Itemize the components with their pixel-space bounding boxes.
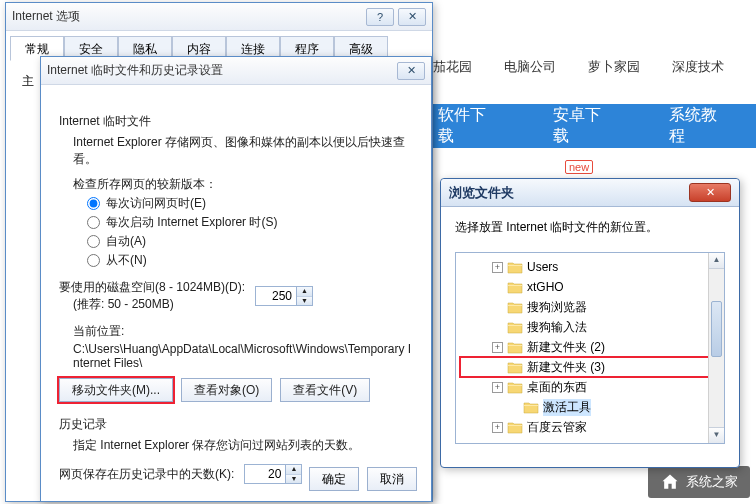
nav-item[interactable]: 萝卜家园	[588, 58, 640, 74]
background-blue-bar: 软件下载 安卓下载 系统教程	[410, 104, 756, 148]
radio-every-start[interactable]: 每次启动 Internet Explorer 时(S)	[87, 214, 413, 231]
history-days-label: 网页保存在历史记录中的天数(K):	[59, 466, 234, 483]
spin-down-icon[interactable]: ▼	[286, 475, 301, 484]
group-title: Internet 临时文件	[59, 113, 413, 130]
tree-item-label: Users	[527, 260, 558, 274]
tree-item[interactable]: 搜狗浏览器	[460, 297, 720, 317]
view-objects-button[interactable]: 查看对象(O)	[181, 378, 272, 402]
tree-item-label: 激活工具	[543, 399, 591, 416]
folder-icon	[507, 381, 523, 394]
browse-prompt: 选择放置 Internet 临时文件的新位置。	[455, 219, 725, 236]
bluebar-item[interactable]: 系统教程	[641, 105, 756, 147]
tree-spacer	[492, 282, 503, 293]
tree-spacer	[492, 302, 503, 313]
site-logo: 系统之家	[648, 466, 750, 498]
cancel-button[interactable]: 取消	[367, 467, 417, 491]
folder-icon	[507, 341, 523, 354]
tree-item-label: 新建文件夹 (2)	[527, 339, 605, 356]
settings-body: Internet 临时文件 Internet Explorer 存储网页、图像和…	[41, 85, 431, 500]
window-title: 浏览文件夹	[449, 184, 685, 202]
titlebar: Internet 选项 ? ✕	[6, 3, 432, 31]
close-button[interactable]: ✕	[397, 62, 425, 80]
tree-item[interactable]: xtGHO	[460, 277, 720, 297]
tree-item[interactable]: +新建文件夹 (2)	[460, 337, 720, 357]
tree-item[interactable]: 搜狗输入法	[460, 317, 720, 337]
tree-item-label: 搜狗浏览器	[527, 299, 587, 316]
radio-auto[interactable]: 自动(A)	[87, 233, 413, 250]
current-location-label: 当前位置:	[73, 323, 413, 340]
close-button[interactable]: ✕	[689, 183, 731, 202]
folder-icon	[507, 321, 523, 334]
expand-icon[interactable]: +	[492, 382, 503, 393]
nav-item[interactable]: 深度技术	[672, 58, 724, 74]
browse-folder-window: 浏览文件夹 ✕ 选择放置 Internet 临时文件的新位置。 +Usersxt…	[440, 178, 740, 468]
folder-icon	[507, 301, 523, 314]
spin-up-icon[interactable]: ▲	[286, 465, 301, 475]
tree-item[interactable]: +Users	[460, 257, 720, 277]
disk-space-hint: (推荐: 50 - 250MB)	[73, 296, 245, 313]
window-title: Internet 选项	[12, 8, 362, 25]
history-days-input[interactable]	[245, 465, 285, 483]
tree-item[interactable]: 激活工具	[460, 397, 720, 417]
new-badge: new	[565, 160, 593, 174]
disk-space-spinner[interactable]: ▲▼	[255, 286, 313, 306]
nav-item[interactable]: 电脑公司	[504, 58, 556, 74]
tree-spacer	[492, 322, 503, 333]
titlebar: Internet 临时文件和历史记录设置 ✕	[41, 57, 431, 85]
expand-icon[interactable]: +	[492, 342, 503, 353]
ok-button[interactable]: 确定	[309, 467, 359, 491]
tree-item[interactable]: +百度云管家	[460, 417, 720, 437]
expand-icon[interactable]: +	[492, 262, 503, 273]
radio-input[interactable]	[87, 235, 100, 248]
tree-item-label: 新建文件夹 (3)	[527, 359, 605, 376]
check-newer-label: 检查所存网页的较新版本：	[73, 176, 413, 193]
tree-spacer	[508, 402, 519, 413]
disk-space-label: 要使用的磁盘空间(8 - 1024MB)(D):	[59, 279, 245, 296]
scroll-down-icon[interactable]: ▼	[709, 427, 724, 443]
bluebar-item[interactable]: 安卓下载	[525, 105, 640, 147]
radio-never[interactable]: 从不(N)	[87, 252, 413, 269]
scroll-thumb[interactable]	[711, 301, 722, 357]
tree-item-label: 搜狗输入法	[527, 319, 587, 336]
tree-item-label: xtGHO	[527, 280, 564, 294]
folder-icon	[523, 401, 539, 414]
spin-up-icon[interactable]: ▲	[297, 287, 312, 297]
window-title: Internet 临时文件和历史记录设置	[47, 62, 393, 79]
temp-files-settings-window: Internet 临时文件和历史记录设置 ✕ Internet 临时文件 Int…	[40, 56, 432, 502]
tree-item-label: 百度云管家	[527, 419, 587, 436]
folder-icon	[507, 261, 523, 274]
scroll-up-icon[interactable]: ▲	[709, 253, 724, 269]
radio-input[interactable]	[87, 216, 100, 229]
close-button[interactable]: ✕	[398, 8, 426, 26]
tree-item[interactable]: 新建文件夹 (3)	[460, 357, 720, 377]
help-button[interactable]: ?	[366, 8, 394, 26]
folder-icon	[507, 421, 523, 434]
move-folder-button[interactable]: 移动文件夹(M)...	[59, 378, 173, 402]
titlebar: 浏览文件夹 ✕	[441, 179, 739, 207]
view-files-button[interactable]: 查看文件(V)	[280, 378, 370, 402]
radio-every-visit[interactable]: 每次访问网页时(E)	[87, 195, 413, 212]
history-days-spinner[interactable]: ▲▼	[244, 464, 302, 484]
browse-body: 选择放置 Internet 临时文件的新位置。 +UsersxtGHO搜狗浏览器…	[441, 207, 739, 456]
folder-icon	[507, 281, 523, 294]
tree-item[interactable]: +桌面的东西	[460, 377, 720, 397]
group-description: Internet Explorer 存储网页、图像和媒体的副本以便以后快速查看。	[73, 134, 413, 168]
spin-down-icon[interactable]: ▼	[297, 297, 312, 306]
background-nav: 番茄花园 电脑公司 萝卜家园 深度技术 雨	[410, 54, 756, 78]
expand-icon[interactable]: +	[492, 422, 503, 433]
disk-space-input[interactable]	[256, 287, 296, 305]
scrollbar[interactable]: ▲ ▼	[708, 253, 724, 443]
house-icon	[660, 472, 680, 492]
radio-input[interactable]	[87, 197, 100, 210]
tree-spacer	[492, 362, 503, 373]
tree-item-label: 桌面的东西	[527, 379, 587, 396]
current-location-path: C:\Users\Huang\AppData\Local\Microsoft\W…	[73, 342, 413, 370]
folder-tree[interactable]: +UsersxtGHO搜狗浏览器搜狗输入法+新建文件夹 (2)新建文件夹 (3)…	[455, 252, 725, 444]
history-description: 指定 Internet Explorer 保存您访问过网站列表的天数。	[73, 437, 413, 454]
folder-icon	[507, 361, 523, 374]
radio-input[interactable]	[87, 254, 100, 267]
history-group-title: 历史记录	[59, 416, 413, 433]
